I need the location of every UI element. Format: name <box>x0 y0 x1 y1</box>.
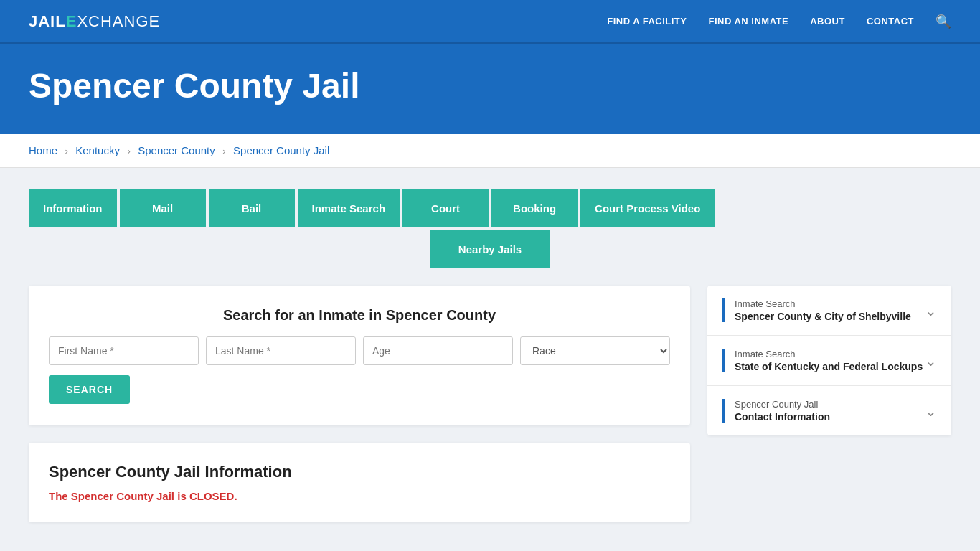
chevron-down-icon-3: ⌄ <box>925 402 937 420</box>
navbar: JAILEXCHANGE FIND A FACILITY FIND AN INM… <box>0 0 980 44</box>
sidebar-item-inmate-search-state[interactable]: Inmate Search State of Kentucky and Fede… <box>707 336 951 386</box>
sidebar-item-left-1: Inmate Search Spencer County & City of S… <box>722 298 911 322</box>
nav-find-inmate[interactable]: FIND AN INMATE <box>708 16 788 27</box>
sidebar-item-bottom-1: Spencer County & City of Shelbyville <box>735 311 911 322</box>
jail-info-section: Spencer County Jail Information The Spen… <box>29 443 690 522</box>
sidebar-item-contact-info[interactable]: Spencer County Jail Contact Information … <box>707 386 951 435</box>
breadcrumb-home[interactable]: Home <box>29 144 57 156</box>
logo[interactable]: JAILEXCHANGE <box>29 12 160 31</box>
tab-information[interactable]: Information <box>29 189 117 227</box>
tab-bail[interactable]: Bail <box>209 189 295 227</box>
tabs-row-2: Nearby Jails <box>29 230 951 268</box>
first-name-input[interactable] <box>49 336 199 365</box>
tab-mail[interactable]: Mail <box>120 189 206 227</box>
nav-find-facility[interactable]: FIND A FACILITY <box>607 16 687 27</box>
two-column-layout: Search for an Inmate in Spencer County R… <box>29 286 951 522</box>
logo-jail: JAIL <box>29 12 66 30</box>
breadcrumb: Home › Kentucky › Spencer County › Spenc… <box>0 134 980 168</box>
last-name-input[interactable] <box>206 336 356 365</box>
search-inputs-row: Race White Black Hispanic Asian Other <box>49 336 670 365</box>
tab-court-process-video[interactable]: Court Process Video <box>580 189 715 227</box>
tabs-row-1: Information Mail Bail Inmate Search Cour… <box>29 189 951 227</box>
page-body: Information Mail Bail Inmate Search Cour… <box>0 168 980 551</box>
right-sidebar: Inmate Search Spencer County & City of S… <box>707 286 951 435</box>
tab-nearby-jails[interactable]: Nearby Jails <box>430 230 550 268</box>
age-input[interactable] <box>363 336 513 365</box>
search-card-title: Search for an Inmate in Spencer County <box>49 307 670 324</box>
inmate-search-card: Search for an Inmate in Spencer County R… <box>29 286 690 425</box>
breadcrumb-current: Spencer County Jail <box>233 144 329 156</box>
sidebar-item-top-3: Spencer County Jail <box>735 399 830 410</box>
tab-inmate-search[interactable]: Inmate Search <box>298 189 400 227</box>
nav-about[interactable]: ABOUT <box>810 16 845 27</box>
breadcrumb-kentucky[interactable]: Kentucky <box>75 144 120 156</box>
page-title: Spencer County Jail <box>29 66 951 105</box>
sidebar-item-left-3: Spencer County Jail Contact Information <box>722 399 830 423</box>
sidebar-item-bottom-3: Contact Information <box>735 411 830 423</box>
logo-exchange: XCHANGE <box>77 12 160 30</box>
sidebar-item-top-2: Inmate Search <box>735 349 923 359</box>
closed-notice: The Spencer County Jail is CLOSED. <box>49 490 670 502</box>
race-select[interactable]: Race White Black Hispanic Asian Other <box>520 336 670 365</box>
breadcrumb-sep-3: › <box>222 146 225 156</box>
nav-contact[interactable]: CONTACT <box>867 16 914 27</box>
sidebar-item-left-2: Inmate Search State of Kentucky and Fede… <box>722 349 923 372</box>
logo-x: E <box>66 12 77 30</box>
sidebar-item-bottom-2: State of Kentucky and Federal Lockups <box>735 361 923 372</box>
breadcrumb-spencer-county[interactable]: Spencer County <box>138 144 215 156</box>
sidebar-item-top-1: Inmate Search <box>735 298 911 309</box>
sidebar-card: Inmate Search Spencer County & City of S… <box>707 286 951 435</box>
tab-booking[interactable]: Booking <box>491 189 578 227</box>
hero-section: Spencer County Jail <box>0 44 980 134</box>
chevron-down-icon-2: ⌄ <box>925 352 937 369</box>
info-section-title: Spencer County Jail Information <box>49 463 670 481</box>
left-column: Search for an Inmate in Spencer County R… <box>29 286 690 522</box>
breadcrumb-sep-2: › <box>127 146 130 156</box>
sidebar-item-inmate-search-local[interactable]: Inmate Search Spencer County & City of S… <box>707 286 951 336</box>
search-icon-button[interactable]: 🔍 <box>936 14 951 29</box>
chevron-down-icon-1: ⌄ <box>925 302 937 319</box>
search-button[interactable]: SEARCH <box>49 375 130 404</box>
tab-court[interactable]: Court <box>402 189 489 227</box>
nav-links: FIND A FACILITY FIND AN INMATE ABOUT CON… <box>607 14 951 29</box>
breadcrumb-sep-1: › <box>65 146 67 156</box>
